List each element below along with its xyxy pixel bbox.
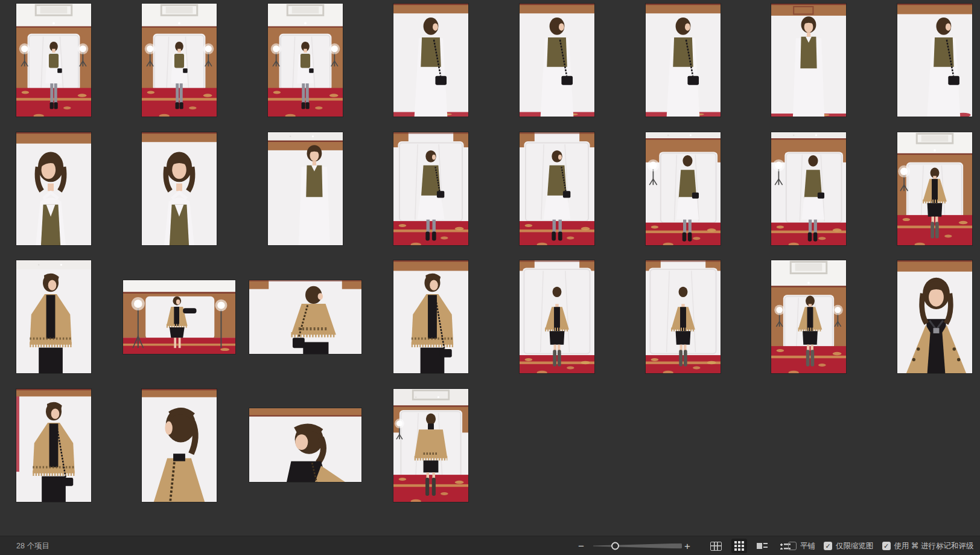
checkbox-tile[interactable]: 平铺 xyxy=(788,541,815,551)
checkbox-thumbnails-only[interactable]: ✓仅限缩览图 xyxy=(824,541,874,551)
photo-thumbnail[interactable] xyxy=(249,280,361,354)
checkbox-label: 平铺 xyxy=(800,541,815,551)
browser-option-checkboxes: 平铺✓仅限缩览图✓使用 ⌘ 进行标记和评级 xyxy=(788,536,973,555)
checkbox-checked-icon[interactable]: ✓ xyxy=(882,542,891,550)
photo-thumbnail[interactable] xyxy=(268,132,343,245)
photo-thumbnail[interactable] xyxy=(393,389,468,502)
photo-thumbnail[interactable] xyxy=(16,260,91,373)
zoom-out-button[interactable]: − xyxy=(578,536,584,555)
thumbnail-list-icon xyxy=(757,542,768,550)
item-count-label: 28 个项目 xyxy=(16,541,49,551)
photo-thumbnail[interactable] xyxy=(268,4,343,117)
photo-thumbnail[interactable] xyxy=(16,4,91,117)
zoom-in-button[interactable]: + xyxy=(684,536,690,555)
photo-thumbnail[interactable] xyxy=(142,4,217,117)
photo-thumbnail[interactable] xyxy=(897,260,972,373)
slider-knob[interactable] xyxy=(611,542,619,550)
photo-thumbnail[interactable] xyxy=(142,389,217,502)
photo-thumbnail[interactable] xyxy=(897,4,972,117)
photo-thumbnail[interactable] xyxy=(16,132,91,245)
photo-thumbnail[interactable] xyxy=(142,132,217,245)
thumbnail-size-slider[interactable] xyxy=(593,536,682,555)
grid-overview-icon xyxy=(710,542,722,551)
status-bar: 28 个项目 − + 平铺✓仅限缩览图✓使用 ⌘ 进行标记和评级 xyxy=(0,536,980,555)
photo-thumbnail[interactable] xyxy=(249,408,361,482)
thumbnail-list-button[interactable] xyxy=(754,539,770,553)
photo-thumbnail[interactable] xyxy=(897,132,972,245)
photo-thumbnail[interactable] xyxy=(393,4,468,117)
photo-thumbnail[interactable] xyxy=(123,280,235,354)
photo-thumbnail[interactable] xyxy=(646,260,721,373)
slider-track xyxy=(593,544,682,549)
photo-thumbnail[interactable] xyxy=(520,4,594,117)
photo-thumbnail[interactable] xyxy=(646,132,721,245)
photo-thumbnail[interactable] xyxy=(16,389,91,502)
photo-thumbnail[interactable] xyxy=(520,260,594,373)
photo-thumbnail[interactable] xyxy=(520,132,594,245)
view-mode-group xyxy=(731,536,793,555)
photo-thumbnail[interactable] xyxy=(771,4,846,117)
photo-thumbnail[interactable] xyxy=(771,260,846,373)
checkbox-label: 仅限缩览图 xyxy=(836,541,874,551)
photo-thumbnail[interactable] xyxy=(393,260,468,373)
photo-thumbnail[interactable] xyxy=(771,132,846,245)
thumbnail-grid-icon xyxy=(734,541,737,544)
thumbnail-grid-button[interactable] xyxy=(731,539,747,553)
grid-overview-button[interactable] xyxy=(708,536,724,555)
checkbox-label: 使用 ⌘ 进行标记和评级 xyxy=(894,541,974,551)
photo-thumbnail[interactable] xyxy=(646,4,721,117)
checkbox-checked-icon[interactable]: ✓ xyxy=(824,542,832,550)
checkbox-unchecked-icon[interactable] xyxy=(788,542,797,550)
thumbnail-grid-area xyxy=(0,0,980,536)
photo-thumbnail[interactable] xyxy=(393,132,468,245)
checkbox-cmd-tag-rate[interactable]: ✓使用 ⌘ 进行标记和评级 xyxy=(882,541,974,551)
